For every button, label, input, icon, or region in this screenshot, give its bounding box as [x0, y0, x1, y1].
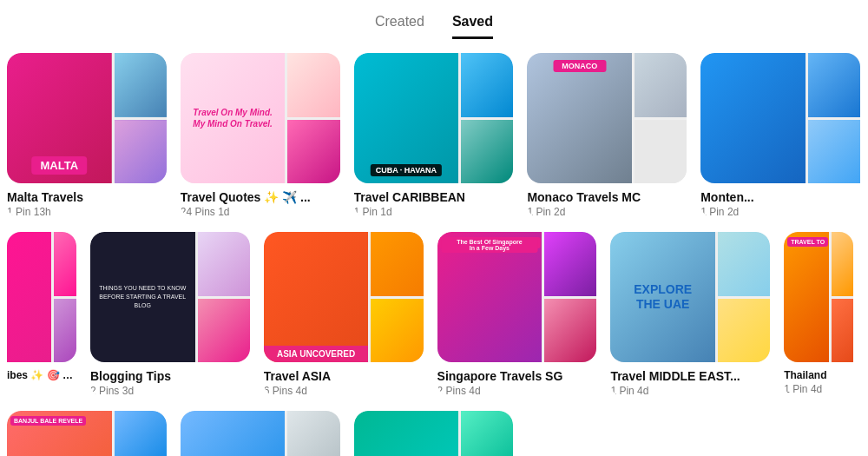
board-thailand[interactable]: TRAVEL TO Thailand 1 Pin 4d — [784, 232, 853, 397]
board-title: Blogging Tips — [90, 369, 250, 383]
tab-created[interactable]: Created — [375, 14, 424, 39]
board-meta: 1 Pin 4d — [784, 383, 853, 395]
board-monaco[interactable]: MONACO Monaco Travels MC 1 Pin 2d — [527, 53, 687, 218]
board-meta: 1 Pin 2d — [700, 206, 860, 218]
board-title: Travel MIDDLE EAST... — [610, 369, 770, 383]
board-meta: 1 Pin 2d — [527, 206, 687, 218]
board-title: Monaco Travels MC — [527, 190, 687, 204]
board-meta: 2 Pins 3d — [90, 385, 250, 397]
board-title: Thailand — [784, 369, 853, 381]
board-windmill[interactable] — [181, 411, 340, 456]
tab-saved[interactable]: Saved — [452, 14, 493, 39]
board-meta: 1 Pin 13h — [7, 206, 167, 218]
board-islands[interactable]: THE ISLANDS THATKEEP ON GIVING! — [354, 411, 514, 456]
board-title: Monten... — [700, 190, 860, 204]
board-blogging[interactable]: THINGS YOU NEED TO KNOW BEFORE STARTING … — [90, 232, 250, 397]
board-row-1: Malta Travels 1 Pin 13h Travel On My Min… — [0, 53, 868, 218]
board-uae[interactable]: EXPLORETHE UAE Travel MIDDLE EAST... 1 P… — [610, 232, 770, 397]
board-malta[interactable]: Malta Travels 1 Pin 13h — [7, 53, 167, 218]
board-row-2: ibes ✨ 🎯 💙 ... THINGS YOU NEED TO KNOW B… — [0, 232, 868, 397]
board-title: Malta Travels — [7, 190, 167, 204]
board-vibes[interactable]: ibes ✨ 🎯 💙 ... — [7, 232, 76, 397]
tab-bar: Created Saved — [0, 0, 868, 39]
board-singapore[interactable]: The Best Of SingaporeIn a Few Days Singa… — [437, 232, 597, 397]
board-bali[interactable]: BANJUL BALE REVELE — [7, 411, 167, 456]
board-title: Travel CARIBBEAN — [354, 190, 514, 204]
board-meta: 2 Pins 4d — [437, 385, 597, 397]
board-meta: 1 Pin 4d — [610, 385, 770, 397]
board-title: Travel ASIA — [264, 369, 424, 383]
board-monten[interactable]: Monten... 1 Pin 2d — [700, 53, 860, 218]
board-caribbean[interactable]: CUBA · HAVANA Travel CARIBBEAN 1 Pin 1d — [354, 53, 514, 218]
board-quotes[interactable]: Travel On My Mind.My Mind On Travel. Tra… — [181, 53, 340, 218]
board-meta: 24 Pins 1d — [181, 206, 340, 218]
board-title: ibes ✨ 🎯 💙 ... — [7, 369, 76, 381]
board-meta: 1 Pin 1d — [354, 206, 514, 218]
board-meta: 6 Pins 4d — [264, 385, 424, 397]
board-asia[interactable]: ASIA UNCOVERED Travel ASIA 6 Pins 4d — [264, 232, 424, 397]
board-row-3: BANJUL BALE REVELE THE ISLANDS THATKEEP … — [0, 411, 868, 456]
board-title: Singapore Travels SG — [437, 369, 597, 383]
board-title: Travel Quotes ✨ ✈️ ... — [181, 190, 340, 204]
